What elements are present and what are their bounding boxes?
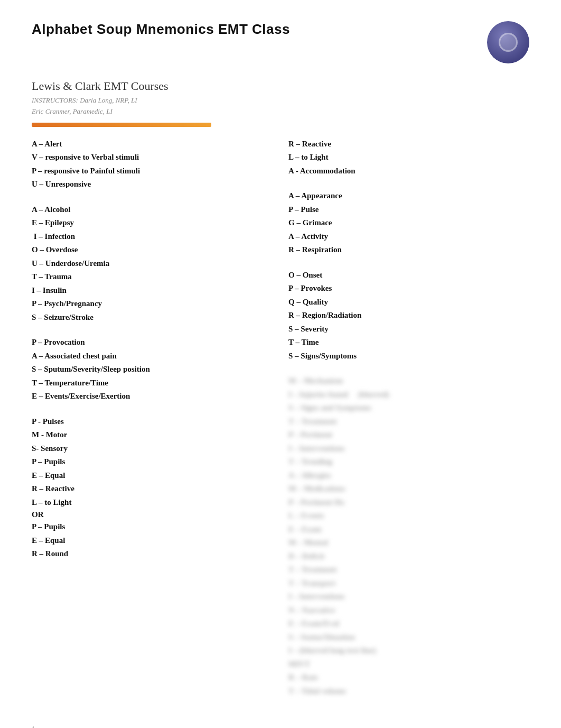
list-item: T – Trauma: [32, 270, 273, 284]
avpu-group: A – Alert V – responsive to Verbal stimu…: [32, 137, 273, 191]
instructor-line1: INSTRUCTORS: Darla Long, NRP, LI: [32, 95, 529, 106]
list-item: A - Accommodation: [288, 164, 529, 178]
list-item: S – Sputum/Severity/Sleep position: [32, 363, 273, 376]
list-item: E – Equal: [32, 534, 273, 548]
list-item: R – Respiration: [288, 243, 529, 257]
list-item: T – Tidal volume: [288, 685, 529, 698]
list-item: I – Insulin: [32, 284, 273, 298]
logo: [487, 21, 529, 63]
list-item: E – Exam/Eval: [288, 617, 529, 631]
list-item: E – Equal: [32, 469, 273, 483]
list-item: P – Psych/Pregnancy: [32, 297, 273, 311]
apgar-group: A – Appearance P – Pulse G – Grimace A –…: [288, 189, 529, 257]
list-item: A – Associated chest pain: [32, 349, 273, 363]
blurred-group: M – Mechanism I – Injuries found (blurre…: [288, 374, 529, 698]
list-item: R – Region/Radiation: [288, 309, 529, 322]
list-item: MIVT: [288, 658, 529, 671]
school-name: Lewis & Clark EMT Courses: [32, 79, 529, 93]
list-item: S – Severity: [288, 322, 529, 336]
list-item: I – Injuries found (blurred): [288, 388, 529, 402]
pmserl-group: P - Pulses M - Motor S- Sensory P – Pupi…: [32, 415, 273, 561]
instructor-line2: Eric Cranmer, Paramedic, LI: [32, 106, 529, 117]
list-item: P – Provokes: [288, 282, 529, 296]
list-item: A – Alert: [32, 137, 273, 151]
list-item: R – Reactive: [288, 137, 529, 151]
list-item: P – Pulse: [288, 203, 529, 217]
aeiou-group: A – Alcohol E – Epilepsy I – Infection O…: [32, 203, 273, 325]
list-item: P – Pertinent: [288, 428, 529, 442]
paste-group: P – Provocation A – Associated chest pai…: [32, 336, 273, 403]
page-title: Alphabet Soup Mnemonics EMT Class: [32, 21, 290, 38]
list-item: T – Temperature/Time: [32, 376, 273, 390]
list-item: P – Pupils: [32, 455, 273, 469]
list-item: E – Epilepsy: [32, 216, 273, 230]
list-item: L – to Light: [288, 151, 529, 164]
list-item: S – Signs and Symptoms: [288, 401, 529, 415]
list-item: L – Events: [288, 509, 529, 523]
list-item: R – Reactive: [32, 482, 273, 496]
list-item: U – Underdose/Uremia: [32, 257, 273, 271]
list-item: M – Medications: [288, 482, 529, 496]
list-item: D – Deficit: [288, 550, 529, 564]
content-columns: A – Alert V – responsive to Verbal stimu…: [32, 137, 529, 710]
list-item: E – Events/Exercise/Exertion: [32, 390, 273, 403]
right-column: R – Reactive L – to Light A - Accommodat…: [288, 137, 529, 710]
header: Alphabet Soup Mnemonics EMT Class: [32, 21, 529, 63]
list-item: M – Mental: [288, 536, 529, 550]
or-label: OR: [32, 510, 273, 519]
list-item: V – responsive to Verbal stimuli: [32, 151, 273, 164]
list-item: N – Narrative: [288, 604, 529, 618]
list-item: A – Activity: [288, 230, 529, 244]
page-number: 1: [32, 725, 35, 728]
list-item: A – Alcohol: [32, 203, 273, 217]
list-item: P – Provocation: [32, 336, 273, 349]
list-item: P - Pulses: [32, 415, 273, 429]
page: Alphabet Soup Mnemonics EMT Class Lewis …: [0, 0, 561, 728]
list-item: O – Overdose: [32, 243, 273, 257]
list-item: U – Unresponsive: [32, 178, 273, 191]
left-column: A – Alert V – responsive to Verbal stimu…: [32, 137, 273, 710]
list-item: P – Pupils: [32, 520, 273, 534]
school-info: Lewis & Clark EMT Courses INSTRUCTORS: D…: [32, 79, 529, 127]
list-item: S – Seizure/Stroke: [32, 311, 273, 325]
rla-group: R – Reactive L – to Light A - Accommodat…: [288, 137, 529, 178]
list-item: P – responsive to Painful stimuli: [32, 164, 273, 178]
list-item: T – Treatment: [288, 563, 529, 577]
list-item: A – Appearance: [288, 189, 529, 203]
list-item: T – Transport: [288, 577, 529, 591]
list-item: A – Allergies: [288, 469, 529, 483]
list-item: L – to Light: [32, 496, 273, 510]
list-item: T – Treatment: [288, 415, 529, 429]
list-item: S- Sensory: [32, 442, 273, 456]
list-item: E – Exam: [288, 523, 529, 537]
opqrsts-group: O – Onset P – Provokes Q – Quality R – R…: [288, 269, 529, 363]
list-item: O – Onset: [288, 269, 529, 282]
list-item: I – Interventions: [288, 590, 529, 604]
list-item: I – Infection: [32, 230, 273, 244]
logo-inner: [499, 33, 518, 52]
list-item: S – Signs/Symptoms: [288, 349, 529, 363]
list-item: I – (blurred long text line): [288, 644, 529, 658]
list-item: P – Pertinent Hx: [288, 496, 529, 510]
list-item: R – Round: [32, 547, 273, 561]
list-item: R – Rate: [288, 671, 529, 685]
list-item: T – Time: [288, 336, 529, 349]
header-left: Alphabet Soup Mnemonics EMT Class: [32, 21, 290, 38]
list-item: G – Grimace: [288, 216, 529, 230]
list-item: S – Status/Situation: [288, 631, 529, 644]
orange-divider: [32, 123, 211, 127]
list-item: M - Motor: [32, 428, 273, 442]
list-item: I – Interventions: [288, 442, 529, 456]
list-item: M – Mechanism: [288, 374, 529, 388]
list-item: Q – Quality: [288, 296, 529, 309]
list-item: T – Trending: [288, 455, 529, 469]
